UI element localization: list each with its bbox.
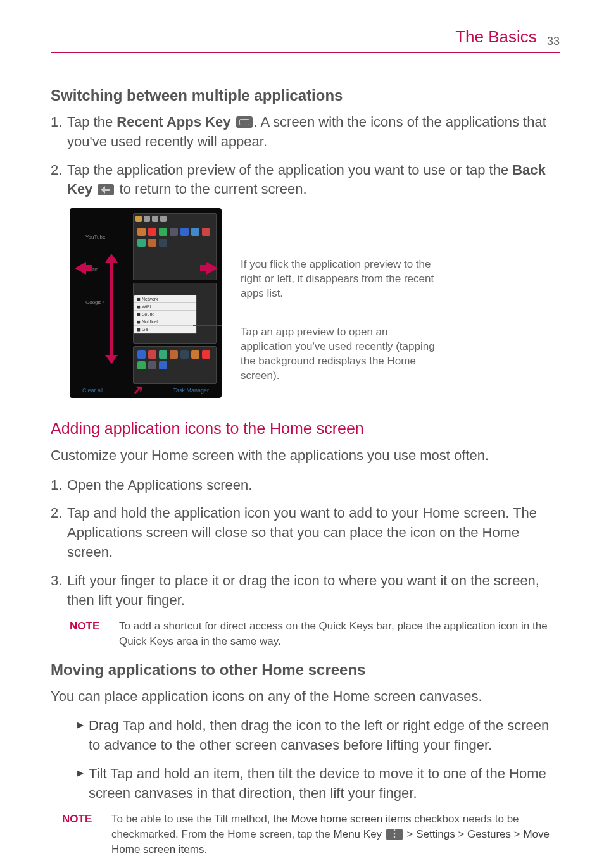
note-body: To be able to use the Tilt method, the M… [111,812,560,857]
preview-stack: ◼ Network◼ WiFi◼ Sound◼ Notificat◼ Ge [133,213,217,379]
note-tilt-method: NOTE To be able to use the Tilt method, … [62,812,560,857]
term-settings: Settings [416,828,455,840]
note-label: NOTE [62,812,111,857]
step-text: Tap the Recent Apps Key . A screen with … [67,113,560,152]
arrow-right-icon [206,262,218,275]
step-text: Open the Applications screen. [67,476,560,495]
steps-switching: 1. Tap the Recent Apps Key . A screen wi… [51,113,560,199]
term-drag: Drag [89,717,119,733]
list-item: Drag Tap and hold, then drag the icon to… [89,716,560,755]
note-quick-keys: NOTE To add a shortcut for direct access… [70,619,560,649]
term-move-home-items: Move home screen items [291,813,412,825]
steps-adding-icons: 1.Open the Applications screen. 2.Tap an… [51,476,560,611]
step-text: Lift your finger to place it or drag the… [67,571,560,611]
preview-label: YouTube [85,233,120,240]
callout-line [193,325,222,326]
phone-screenshot: YouTube Settin Google+ ◼ Network◼ WiFi◼ … [70,208,222,398]
figure-caption-2: Tap an app preview to open an applicatio… [241,325,437,383]
figure-captions: If you flick the application preview to … [241,208,437,407]
heading-switching: Switching between multiple applications [51,85,560,106]
step-text: Tap and hold the application icon you wa… [67,504,560,562]
preview-card: ◼ Network◼ WiFi◼ Sound◼ Notificat◼ Ge [133,283,217,344]
step-number: 2. [51,161,67,200]
figure-recent-apps: YouTube Settin Google+ ◼ Network◼ WiFi◼ … [70,208,560,407]
arrow-vertical-icon [110,261,113,356]
intro-moving-apps: You can place application icons on any o… [51,687,560,707]
list-item: Tilt Tap and hold an item, then tilt the… [89,764,560,803]
preview-label: Google+ [85,299,120,306]
heading-adding-icons: Adding application icons to the Home scr… [51,418,560,440]
term-tilt: Tilt [89,766,107,781]
phone-bottom-bar: Clear all 🡵 Task Manager [70,383,222,398]
page-header: The Basics 33 [51,25,560,53]
lock-icon: 🡵 [134,385,142,397]
step-number: 3. [51,571,67,611]
figure-caption-1: If you flick the application preview to … [241,257,437,301]
term-gestures: Gestures [467,828,511,840]
moving-methods-list: ▶ Drag Tap and hold, then drag the icon … [77,716,560,803]
clear-all-label: Clear all [82,387,103,395]
step-number: 2. [51,504,67,562]
back-key-icon [98,184,114,195]
heading-moving-apps: Moving applications to other Home screen… [51,659,560,681]
arrow-left-icon [75,262,86,275]
page-number: 33 [547,35,560,47]
preview-card [133,346,217,384]
term-menu-key: Menu Key [334,828,382,840]
bullet-icon: ▶ [77,764,89,803]
step-number: 1. [51,113,67,152]
task-manager-label: Task Manager [173,387,209,395]
step-number: 1. [51,476,67,495]
note-body: To add a shortcut for direct access on t… [119,619,560,649]
section-title: The Basics [455,27,537,46]
preview-menu: ◼ Network◼ WiFi◼ Sound◼ Notificat◼ Ge [134,295,197,334]
bullet-icon: ▶ [77,716,89,755]
intro-adding-icons: Customize your Home screen with the appl… [51,446,560,466]
note-label: NOTE [70,619,119,649]
menu-key-icon [386,829,403,840]
step-text: Tap the application preview of the appli… [67,161,560,200]
term-recent-apps-key: Recent Apps Key [116,114,230,130]
recent-apps-key-icon [236,116,253,128]
